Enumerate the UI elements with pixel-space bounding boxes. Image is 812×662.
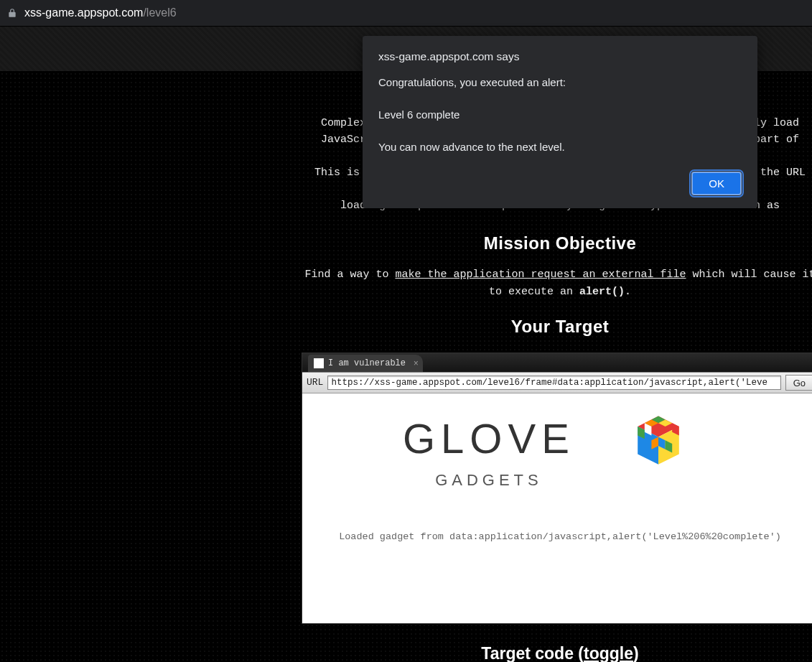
- objective-suffix: .: [625, 286, 631, 298]
- target-tab-bar: I am vulnerable ×: [302, 353, 812, 372]
- target-url-label: URL: [307, 376, 323, 390]
- objective-prefix: Find a way to: [304, 269, 395, 281]
- lock-icon: [7, 8, 17, 18]
- target-content: GLOVE GADGETS: [302, 393, 812, 623]
- objective-code: alert(): [579, 286, 625, 298]
- url-path: /level6: [143, 6, 176, 19]
- mission-objective-heading: Mission Objective: [302, 230, 812, 256]
- browser-address-bar: xss-game.appspot.com/level6: [0, 0, 812, 26]
- target-code-prefix: Target code (: [481, 644, 584, 662]
- glove-logo: GLOVE GADGETS: [403, 406, 575, 493]
- target-url-input[interactable]: [327, 376, 780, 390]
- favicon-icon: [314, 358, 324, 368]
- glove-subtitle: GADGETS: [403, 468, 575, 493]
- loaded-gadget-message: Loaded gadget from data:application/java…: [302, 530, 812, 545]
- target-tab-title: I am vulnerable: [328, 357, 406, 370]
- target-url-bar: URL Go: [302, 372, 812, 393]
- go-button[interactable]: Go: [785, 375, 812, 391]
- alert-dialog: xss-game.appspot.com says Congratulation…: [363, 36, 757, 208]
- your-target-heading: Your Target: [302, 313, 812, 340]
- target-tab[interactable]: I am vulnerable ×: [308, 355, 423, 372]
- glove-title: GLOVE: [403, 406, 575, 471]
- close-icon[interactable]: ×: [414, 358, 419, 371]
- target-frame: I am vulnerable × URL Go GLOVE GADGETS: [302, 353, 812, 624]
- browser-url[interactable]: xss-game.appspot.com/level6: [24, 6, 177, 19]
- alert-message: Congratulations, you executed an alert: …: [378, 75, 742, 156]
- objective-link[interactable]: make the application request an external…: [395, 269, 686, 281]
- url-host: xss-game.appspot.com: [24, 6, 143, 19]
- mission-objective-text: Find a way to make the application reque…: [302, 266, 812, 300]
- alert-origin: xss-game.appspot.com says: [378, 50, 742, 63]
- target-code-suffix: ): [633, 644, 639, 662]
- rubiks-cube-icon: [624, 409, 693, 478]
- alert-ok-button[interactable]: OK: [691, 172, 742, 195]
- target-code-line: Target code (toggle): [302, 641, 812, 662]
- target-code-toggle[interactable]: toggle: [584, 644, 633, 662]
